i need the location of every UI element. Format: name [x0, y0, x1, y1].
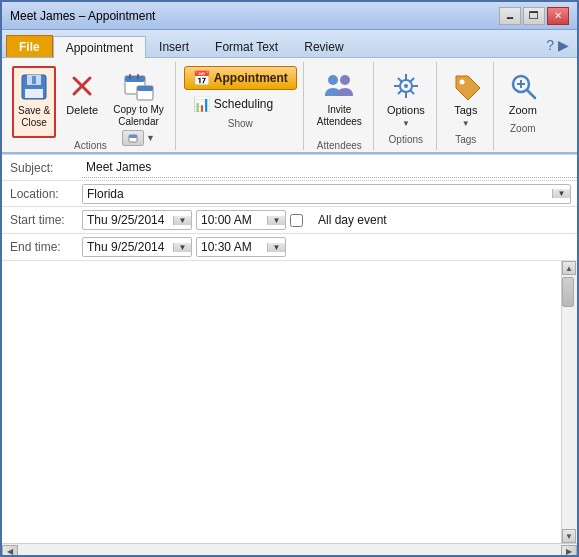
end-time-arrow[interactable]: ▼	[267, 243, 285, 252]
body-area: ▲ ▼	[2, 261, 577, 543]
maximize-button[interactable]: 🗖	[523, 7, 545, 25]
end-time-label: End time:	[2, 236, 82, 258]
show-group-content: 📅 Appointment 📊 Scheduling	[184, 62, 297, 116]
nav-icon[interactable]: ▶	[558, 37, 569, 53]
start-date-input[interactable]	[83, 211, 173, 229]
save-close-button[interactable]: Save & Close	[12, 66, 56, 138]
save-icon	[18, 71, 50, 103]
end-time-controls: ▼ ▼	[82, 234, 286, 260]
attendees-group-content: Invite Attendees	[312, 62, 367, 138]
options-group-content: Options ▼	[382, 62, 430, 132]
copy-calendar-icon	[123, 70, 155, 102]
end-time-wrapper: ▼	[196, 237, 286, 257]
start-time-wrapper: ▼	[196, 210, 286, 230]
body-textarea[interactable]	[2, 261, 561, 543]
start-time-input[interactable]	[197, 211, 267, 229]
appointment-view-button[interactable]: 📅 Appointment	[184, 66, 297, 90]
options-dropdown-arrow[interactable]: ▼	[402, 119, 410, 128]
subject-row: Subject:	[2, 155, 577, 181]
zoom-button[interactable]: Zoom	[502, 66, 544, 121]
ribbon-body: Save & Close Delete	[2, 58, 577, 154]
tab-insert[interactable]: Insert	[146, 35, 202, 57]
start-time-label: Start time:	[2, 209, 82, 231]
end-time-row: End time: ▼ ▼	[2, 234, 577, 261]
copy-to-calendar-button[interactable]: Copy to My Calendar ▼	[108, 66, 169, 138]
main-content: Subject: Location: ▼ Start time: ▼ ▼	[2, 154, 577, 557]
title-bar: Meet James – Appointment 🗕 🗖 ✕	[2, 2, 577, 30]
tags-icon	[450, 70, 482, 102]
ribbon-tabs: File Appointment Insert Format Text Revi…	[2, 30, 577, 58]
attendees-group-label: Attendees	[317, 138, 362, 153]
end-date-wrapper: ▼	[82, 237, 192, 257]
tags-label: Tags	[454, 104, 477, 117]
title-bar-controls: 🗕 🗖 ✕	[499, 7, 569, 25]
show-group-label: Show	[228, 116, 253, 131]
end-date-arrow[interactable]: ▼	[173, 243, 191, 252]
subject-input[interactable]	[82, 157, 577, 178]
delete-button[interactable]: Delete	[60, 66, 104, 138]
location-input[interactable]	[83, 185, 552, 203]
right-scrollbar: ▲ ▼	[561, 261, 577, 543]
actions-group-content: Save & Close Delete	[12, 62, 169, 138]
start-time-row: Start time: ▼ ▼ All day event	[2, 207, 577, 234]
delete-label: Delete	[66, 104, 98, 117]
zoom-icon	[507, 70, 539, 102]
end-time-input[interactable]	[197, 238, 267, 256]
svg-rect-2	[25, 89, 43, 98]
location-label: Location:	[2, 183, 82, 205]
options-label: Options	[387, 104, 425, 117]
scroll-thumb[interactable]	[562, 277, 574, 307]
help-icon[interactable]: ?	[546, 37, 554, 53]
tags-button[interactable]: Tags ▼	[445, 66, 487, 132]
svg-point-18	[459, 80, 464, 85]
scheduling-icon: 📊	[193, 96, 210, 112]
scroll-right-button[interactable]: ▶	[561, 545, 577, 558]
zoom-label: Zoom	[509, 104, 537, 117]
ribbon-group-actions: Save & Close Delete	[6, 62, 176, 150]
minimize-button[interactable]: 🗕	[499, 7, 521, 25]
tags-group-content: Tags ▼	[445, 62, 487, 132]
scheduling-view-button[interactable]: 📊 Scheduling	[184, 92, 297, 116]
svg-rect-11	[137, 86, 153, 91]
start-time-controls: ▼ ▼ All day event	[82, 207, 387, 233]
scroll-track[interactable]	[562, 275, 577, 529]
title-bar-text: Meet James – Appointment	[10, 9, 155, 23]
invite-attendees-button[interactable]: Invite Attendees	[312, 66, 367, 138]
tab-appointment[interactable]: Appointment	[53, 36, 146, 58]
delete-icon	[66, 70, 98, 102]
scroll-up-button[interactable]: ▲	[562, 261, 576, 275]
tags-group-label: Tags	[455, 132, 476, 147]
invite-attendees-icon	[323, 70, 355, 102]
svg-point-17	[404, 84, 408, 88]
tags-dropdown-arrow[interactable]: ▼	[462, 119, 470, 128]
tab-format-text[interactable]: Format Text	[202, 35, 291, 57]
options-button[interactable]: Options ▼	[382, 66, 430, 132]
svg-point-14	[328, 75, 338, 85]
scheduling-label: Scheduling	[214, 97, 273, 111]
ribbon-group-zoom: Zoom Zoom	[496, 62, 550, 150]
svg-rect-7	[125, 76, 145, 82]
all-day-checkbox[interactable]	[290, 214, 303, 227]
save-close-label: Save & Close	[18, 105, 50, 129]
ribbon-group-options: Options ▼ Options	[376, 62, 437, 150]
all-day-label: All day event	[318, 213, 387, 227]
svg-line-20	[527, 90, 535, 98]
start-date-arrow[interactable]: ▼	[173, 216, 191, 225]
close-button[interactable]: ✕	[547, 7, 569, 25]
scroll-down-button[interactable]: ▼	[562, 529, 576, 543]
end-date-input[interactable]	[83, 238, 173, 256]
actions-group-label: Actions	[74, 138, 107, 153]
ribbon-group-tags: Tags ▼ Tags	[439, 62, 494, 150]
location-dropdown-arrow[interactable]: ▼	[552, 189, 570, 198]
bottom-scrollbar: ◀ ▶	[2, 543, 577, 557]
tab-review[interactable]: Review	[291, 35, 356, 57]
appointment-view-icon: 📅	[193, 70, 210, 86]
zoom-group-content: Zoom	[502, 62, 544, 121]
svg-rect-3	[32, 76, 36, 84]
start-time-arrow[interactable]: ▼	[267, 216, 285, 225]
tab-file[interactable]: File	[6, 35, 53, 57]
subject-label: Subject:	[2, 157, 82, 179]
ribbon-group-attendees: Invite Attendees Attendees	[306, 62, 374, 150]
form-section: Subject: Location: ▼ Start time: ▼ ▼	[2, 154, 577, 261]
scroll-left-button[interactable]: ◀	[2, 545, 18, 558]
